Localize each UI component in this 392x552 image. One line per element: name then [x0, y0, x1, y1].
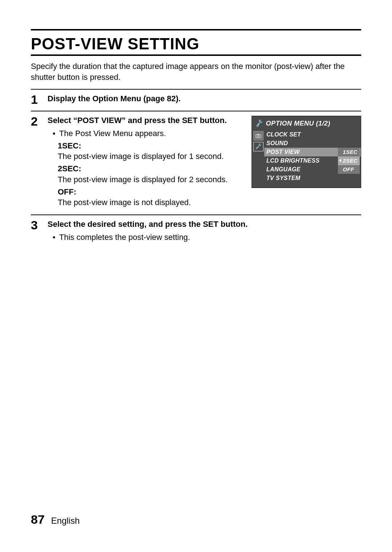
step-2: 2 Select “POST VIEW” and press the SET b… — [31, 115, 361, 208]
title-rule — [31, 54, 361, 56]
step-rule-1 — [31, 89, 361, 90]
step-number: 1 — [31, 93, 41, 106]
osd-popup: 1SEC 2SEC OFF — [338, 148, 360, 174]
intro-text: Specify the duration that the captured i… — [31, 61, 361, 82]
popup-item-off: OFF — [338, 165, 360, 174]
svg-rect-1 — [257, 134, 259, 135]
step-heading: Select “POST VIEW” and press the SET but… — [48, 115, 241, 126]
option-label: 1SEC: — [58, 140, 241, 151]
osd-row-tv-system: TV SYSTEM — [264, 174, 361, 183]
bullet-item: • The Post View Menu appears. — [53, 128, 241, 139]
svg-rect-0 — [256, 135, 261, 138]
bullet-text: The Post View Menu appears. — [59, 128, 166, 139]
option-desc: The post-view image is not displayed. — [58, 197, 241, 208]
option-label: 2SEC: — [58, 163, 241, 174]
camera-tab-icon — [253, 131, 264, 140]
step-number: 2 — [31, 115, 41, 127]
step-number: 3 — [31, 219, 41, 231]
bullet-text: This completes the post-view setting. — [59, 232, 190, 243]
osd-row-clock-set: CLOCK SET — [264, 130, 361, 139]
osd-tab-strip: 🔧 — [252, 130, 264, 183]
page-number: 87 — [31, 512, 45, 527]
svg-point-2 — [258, 135, 259, 136]
osd-menu-list: CLOCK SET SOUND POST VIEW LCD BRIGHTNESS… — [264, 130, 361, 183]
top-rule — [31, 29, 361, 30]
osd-row-lcd-brightness: LCD BRIGHTNESS 1SEC 2SEC OFF — [264, 156, 361, 165]
wrench-icon: 🔧 — [256, 119, 264, 128]
language-label: English — [51, 516, 80, 526]
osd-title-text: OPTION MENU (1/2) — [266, 119, 331, 128]
step-rule-2 — [31, 111, 361, 111]
wrench-tab-icon: 🔧 — [253, 142, 264, 151]
step-heading: Select the desired setting, and press th… — [48, 219, 361, 230]
bullet-dot: • — [53, 232, 56, 243]
popup-item-1sec: 1SEC — [338, 148, 360, 156]
step-heading: Display the Option Menu (page 82). — [48, 93, 361, 104]
page-title: POST-VIEW SETTING — [31, 35, 361, 53]
osd-title-bar: 🔧 OPTION MENU (1/2) — [252, 116, 361, 130]
option-desc: The post-view image is displayed for 1 s… — [58, 151, 241, 162]
manual-page: POST-VIEW SETTING Specify the duration t… — [0, 0, 392, 552]
step-rule-3 — [31, 214, 361, 215]
page-footer: 87 English — [31, 512, 80, 527]
popup-item-2sec: 2SEC — [338, 156, 360, 165]
step-1: 1 Display the Option Menu (page 82). — [31, 93, 361, 106]
osd-row-sound: SOUND — [264, 139, 361, 148]
option-desc: The post-view image is displayed for 2 s… — [58, 174, 241, 185]
step-3: 3 Select the desired setting, and press … — [31, 219, 361, 242]
option-label: OFF: — [58, 187, 241, 197]
bullet-item: • This completes the post-view setting. — [53, 232, 361, 243]
bullet-dot: • — [53, 128, 56, 139]
osd-screen: 🔧 OPTION MENU (1/2) 🔧 CLOCK SET SOUND PO… — [252, 116, 361, 188]
